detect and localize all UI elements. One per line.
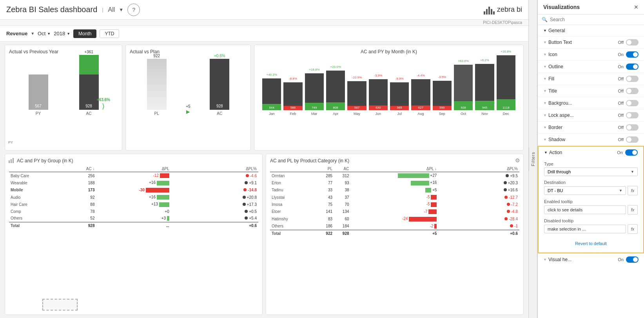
section-border[interactable]: ▼ Border Off (538, 122, 644, 134)
fill-toggle-label: Off (618, 76, 624, 81)
year-chevron-icon: ▼ (67, 32, 70, 36)
destination-fx-button[interactable]: fx (628, 186, 638, 195)
type-select[interactable]: Drill through ▼ (544, 167, 638, 176)
section-fill[interactable]: ▼ Fill Off (538, 73, 644, 85)
pl-value-top: 922 (153, 54, 160, 58)
py-label: PY (36, 111, 41, 116)
icon-toggle-label: On (618, 52, 624, 57)
month-bar-oct: 928 (454, 65, 473, 110)
gear-icon[interactable]: ⚙ (515, 157, 520, 164)
destination-value: DT - BU (548, 188, 563, 193)
destination-select[interactable]: DT - BU ▼ (544, 186, 626, 195)
section-lock-aspect[interactable]: ▼ Lock aspe... Off (538, 109, 644, 122)
lock-aspect-toggle[interactable] (626, 112, 639, 118)
outline-toggle-label: On (618, 64, 624, 69)
header-filter-all[interactable]: All (108, 6, 115, 13)
disabled-tooltip-fx-button[interactable]: fx (628, 224, 638, 234)
plan-ac-bar: 928 (210, 59, 229, 110)
year-2018-select[interactable]: 2018 ▼ (54, 31, 70, 36)
section-title[interactable]: ▼ Title Off (538, 85, 644, 97)
action-toggle[interactable] (625, 149, 638, 156)
year-value: 2018 (54, 31, 65, 36)
filters-tab[interactable]: Filters (529, 147, 537, 171)
month-oct-select[interactable]: Oct ▼ (38, 31, 51, 36)
user-info-bar: PICI-DESKTOP\pasca (0, 20, 528, 26)
top-row: Actual vs Previous Year 567 PY +361 (5, 45, 524, 151)
search-input[interactable] (550, 17, 640, 22)
revert-anchor[interactable]: Revert to default (575, 241, 607, 246)
month-bar-group-jul: -9.9%565Jul (390, 82, 409, 116)
button-text-toggle[interactable] (626, 39, 639, 45)
background-toggle[interactable] (626, 100, 639, 106)
border-toggle[interactable] (626, 124, 639, 131)
section-button-text[interactable]: ▼ Button Text Off (538, 36, 644, 49)
plan-delta-value: +5 (186, 104, 190, 109)
revenue-chevron-icon[interactable]: ▼ (31, 31, 34, 36)
visual-he-toggle-container: On (618, 256, 639, 263)
month-label-apr: Apr (333, 112, 338, 116)
shadow-toggle-label: Off (618, 137, 624, 142)
month-label-jun: Jun (376, 112, 381, 116)
section-general[interactable]: ▼ General (538, 25, 644, 36)
shadow-toggle[interactable] (626, 136, 639, 143)
fill-toggle[interactable] (626, 76, 639, 82)
month-bar-group-may: -22.9%587May (347, 81, 366, 116)
section-visual-he[interactable]: ▼ Visual he... On (538, 253, 644, 265)
product-table-row: Ormtan285312 +27 +9.5 (270, 172, 519, 180)
group-table-row: Wearable188+16 +9.1 (9, 179, 258, 186)
product-total-row: Total922928+5+0.6 (270, 230, 519, 237)
enabled-tooltip-input[interactable] (544, 205, 626, 214)
ac-label: AC (86, 111, 92, 116)
group-table-row: Others52+3 +5.4 (9, 215, 258, 222)
product-col-name (270, 166, 317, 172)
filters-tab-container: Filters (528, 0, 537, 318)
outline-toggle[interactable] (626, 64, 639, 70)
action-section: ▼ Action On Type Drill through ▼ Des (538, 146, 644, 253)
monthly-card: AC and PY by Month (in K) +40.3%644Jan-8… (254, 45, 524, 151)
section-lock-aspect-label: ▼ Lock aspe... (543, 113, 574, 118)
py-value: 567 (29, 104, 48, 108)
pl-bar-group: 922 PL (147, 54, 167, 116)
panel-close-button[interactable]: ✕ (634, 4, 639, 10)
month-bar-dec: 1118 (497, 55, 515, 110)
month-value-sep: 599 (439, 106, 444, 110)
action-header[interactable]: ▼ Action On (539, 147, 643, 158)
destination-chevron-icon: ▼ (619, 189, 622, 193)
header-chevron-icon[interactable]: ▼ (118, 7, 124, 13)
enabled-tooltip-fx-button[interactable]: fx (628, 205, 638, 214)
section-background[interactable]: ▼ Backgrou... Off (538, 97, 644, 109)
section-shadow[interactable]: ▼ Shadow Off (538, 134, 644, 146)
action-toggle-label: On (617, 150, 623, 155)
disabled-tooltip-input[interactable] (544, 225, 626, 233)
help-button[interactable]: ? (127, 4, 140, 16)
ac-delta-bar (79, 55, 99, 75)
chevron-icon: ▼ (543, 113, 547, 117)
section-outline[interactable]: ▼ Outline On (538, 61, 644, 73)
title-toggle[interactable] (626, 88, 639, 94)
actual-vs-plan-card: Actual vs Plan 922 PL +5 ▲ (125, 45, 251, 151)
revert-link[interactable]: Revert to default (544, 238, 638, 249)
panel-search[interactable]: 🔍 (538, 15, 644, 25)
visual-he-toggle[interactable] (626, 256, 639, 263)
revenue-label: Revenue (6, 31, 27, 36)
icon-toggle[interactable] (626, 51, 639, 58)
ac-base-bar: 928 (79, 75, 99, 110)
month-pct-nov: +6.2% (475, 58, 494, 62)
section-icon[interactable]: ▼ Icon On (538, 49, 644, 61)
ac-value: 928 (79, 104, 99, 108)
group-col-delta-pl: ΔPL (96, 166, 171, 172)
chevron-icon: ▼ (543, 29, 547, 33)
bottom-row: AC and PY by Group (in K) AC ↓ ΔPL (5, 154, 524, 315)
chevron-icon: ▼ (543, 65, 547, 69)
product-table-row: Tadinu3338 +5 +16.6 (270, 187, 519, 194)
ytd-button[interactable]: YTD (100, 29, 119, 38)
type-label: Type (544, 162, 638, 166)
group-col-ac: AC ↓ (70, 166, 96, 172)
section-fill-label: ▼ Fill (543, 76, 554, 82)
zebra-bars-icon (484, 5, 495, 15)
panel-title: Visualizations (543, 4, 580, 10)
month-button[interactable]: Month (73, 29, 96, 38)
month-label-mar: Mar (311, 112, 317, 116)
month-bar-group-apr: +23.0%808Apr (326, 71, 345, 116)
pl-label: PL (154, 111, 159, 116)
